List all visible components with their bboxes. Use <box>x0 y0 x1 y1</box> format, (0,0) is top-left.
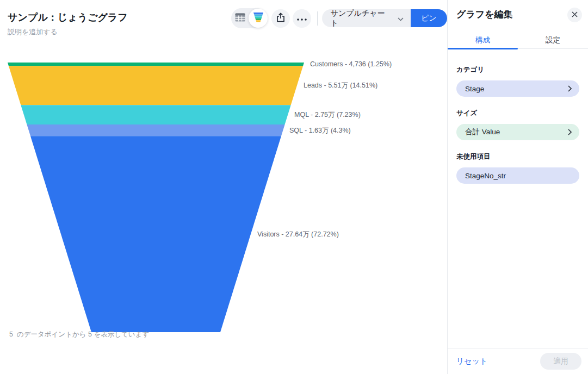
app-window: サンプル：じょうごグラフ 説明を追加する <box>0 0 588 374</box>
tab-configure[interactable]: 構成 <box>448 32 518 48</box>
field-pill-value: StageNo_str <box>465 172 506 180</box>
tab-settings[interactable]: 設定 <box>518 32 588 48</box>
panel-footer: リセット 適用 <box>448 348 588 374</box>
funnel-chart <box>0 0 447 374</box>
field-group-size: サイズ 合計 Value <box>456 109 579 140</box>
funnel-segment-leads[interactable] <box>9 66 303 105</box>
chart-area: サンプル：じょうごグラフ 説明を追加する <box>0 0 447 374</box>
close-button[interactable] <box>567 8 582 22</box>
funnel-segment-mql[interactable] <box>21 105 290 124</box>
panel-tabs: 構成 設定 <box>448 32 588 49</box>
apply-button[interactable]: 適用 <box>540 353 581 370</box>
funnel-segment-customers[interactable] <box>8 63 304 66</box>
field-label-category: カテゴリ <box>456 65 579 74</box>
field-pill-total-value[interactable]: 合計 Value <box>456 124 579 140</box>
chevron-right-icon <box>568 129 572 135</box>
datapoint-count-status: 5 のデータポイントから 5 を表示しています <box>9 330 149 339</box>
close-icon <box>572 11 578 19</box>
field-group-unused: 未使用項目 StageNo_str <box>456 152 579 184</box>
funnel-segment-visitors[interactable] <box>30 136 281 332</box>
chevron-right-icon <box>568 85 572 92</box>
field-label-size: サイズ <box>456 109 579 118</box>
funnel-segment-sql[interactable] <box>27 124 284 136</box>
field-config-list: カテゴリ Stage サイズ 合計 Value <box>448 49 588 196</box>
field-pill-stageno-str[interactable]: StageNo_str <box>456 167 579 184</box>
panel-title: グラフを編集 <box>456 8 513 21</box>
field-pill-stage[interactable]: Stage <box>456 80 579 97</box>
field-group-category: カテゴリ Stage <box>456 65 579 97</box>
field-pill-value: Stage <box>465 85 484 93</box>
reset-link[interactable]: リセット <box>456 357 487 366</box>
edit-chart-panel: グラフを編集 構成 設定 カテゴリ Stage <box>447 0 588 374</box>
field-pill-value: 合計 Value <box>465 127 500 137</box>
field-label-unused: 未使用項目 <box>456 152 579 161</box>
